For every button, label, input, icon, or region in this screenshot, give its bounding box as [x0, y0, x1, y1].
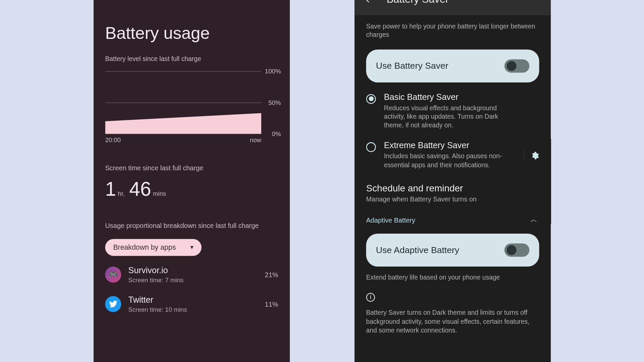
app-name: Twitter	[128, 295, 187, 305]
info-icon: i	[366, 293, 375, 302]
chart-ytick-100: 100%	[265, 68, 281, 75]
mode-basic-option[interactable]: Basic Battery Saver Reduces visual effec…	[354, 82, 550, 131]
mode-description: Reduces visual effects and background ac…	[384, 104, 508, 130]
footer-note: Battery Saver turns on Dark theme and li…	[354, 302, 550, 335]
screen-time-value: 1hr, 46mins	[93, 175, 289, 203]
section-title: Schedule and reminder	[366, 183, 539, 194]
toggle-label: Use Adaptive Battery	[376, 245, 459, 255]
app-text: Twitter Screen time: 10 mins	[128, 295, 187, 313]
app-subtext: Screen time: 7 mins	[128, 277, 183, 284]
chevron-down-icon: ▼	[189, 244, 195, 251]
battery-saver-screen: 1:42 LTE Battery	[354, 0, 550, 362]
toggle-label: Use Battery Saver	[376, 61, 448, 71]
mode-title: Extreme Battery Saver	[384, 140, 508, 150]
app-usage-row[interactable]: 🎮 Survivor.io Screen time: 7 mins 21%	[93, 256, 289, 285]
back-arrow-icon[interactable]	[103, 0, 113, 2]
adaptive-note: Extend battery life based on your phone …	[354, 267, 550, 282]
chart-xtick-end: now	[250, 136, 261, 143]
app-usage-row[interactable]: Twitter Screen time: 10 mins 11%	[93, 285, 289, 315]
battery-usage-screen: 20:43 33% B	[93, 0, 289, 362]
mode-description: Includes basic savings. Also pauses non-…	[384, 152, 508, 170]
page-title: Battery usage	[93, 2, 289, 47]
intro-text: Save power to help your phone battery la…	[354, 15, 550, 43]
switch-off-icon[interactable]	[504, 59, 529, 72]
screen-time-caption: Screen time since last full charge	[93, 145, 289, 175]
app-subtext: Screen time: 10 mins	[128, 306, 187, 313]
app-text: Survivor.io Screen time: 7 mins	[128, 266, 183, 284]
switch-off-icon[interactable]	[504, 244, 529, 257]
gear-icon[interactable]	[523, 150, 539, 160]
radio-unselected-icon[interactable]	[366, 142, 376, 152]
header-bar: Battery Saver	[354, 0, 550, 15]
use-adaptive-battery-toggle[interactable]: Use Adaptive Battery	[366, 234, 539, 267]
app-icon: 🎮	[105, 266, 121, 283]
app-icon	[105, 296, 121, 312]
battery-level-chart: 100% 50% 0% 20:00 now	[93, 66, 289, 145]
collapser-label: Adaptive Battery	[366, 217, 415, 224]
breakdown-dropdown[interactable]: Breakdown by apps ▼	[105, 239, 202, 256]
mode-extreme-option[interactable]: Extreme Battery Saver Includes basic sav…	[354, 131, 550, 171]
mode-title: Basic Battery Saver	[384, 92, 508, 102]
adaptive-battery-collapser[interactable]: Adaptive Battery ︿	[354, 204, 550, 227]
header-title: Battery Saver	[386, 0, 448, 5]
chart-ytick-0: 0%	[272, 130, 281, 137]
app-name: Survivor.io	[128, 266, 183, 276]
radio-selected-icon[interactable]	[366, 94, 376, 104]
svg-marker-4	[105, 113, 261, 134]
battery-level-caption: Battery level since last full charge	[93, 47, 289, 66]
schedule-reminder-item[interactable]: Schedule and reminder Manage when Batter…	[354, 171, 550, 204]
chevron-up-icon: ︿	[530, 216, 537, 225]
back-arrow-icon[interactable]	[364, 0, 374, 5]
breakdown-caption: Usage proportional breakdown since last …	[93, 203, 289, 233]
chart-ytick-50: 50%	[268, 99, 281, 106]
chart-xtick-start: 20:00	[105, 136, 121, 143]
section-subtitle: Manage when Battery Saver turns on	[366, 195, 539, 203]
app-percent: 21%	[265, 271, 278, 279]
dropdown-label: Breakdown by apps	[113, 243, 176, 251]
use-battery-saver-toggle[interactable]: Use Battery Saver	[366, 49, 539, 82]
app-percent: 11%	[265, 300, 278, 308]
